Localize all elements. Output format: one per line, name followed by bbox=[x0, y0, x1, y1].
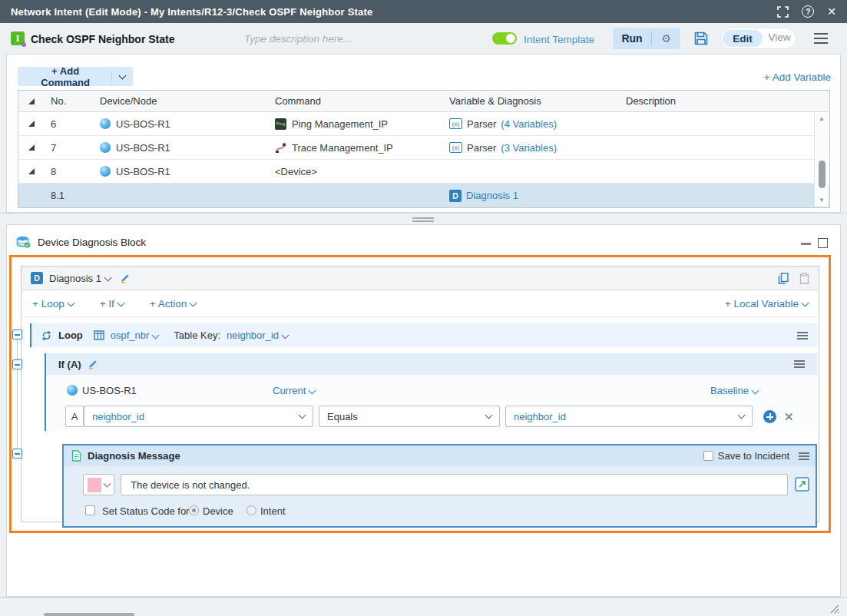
diagnosis-selector-bar: D Diagnosis 1 bbox=[22, 267, 819, 290]
command-table: No. Device/Node Command Variable & Diagn… bbox=[18, 90, 830, 208]
left-variable-select[interactable]: neighbor_id bbox=[84, 406, 313, 427]
color-swatch-icon bbox=[88, 478, 101, 492]
minimize-icon[interactable] bbox=[801, 243, 811, 245]
view-tab[interactable]: View bbox=[765, 31, 794, 43]
intent-name: Check OSPF Neighbor State bbox=[31, 33, 174, 45]
trace-icon bbox=[275, 142, 286, 154]
condition-label: A bbox=[65, 406, 84, 427]
diagnosis-link[interactable]: Diagnosis 1 bbox=[466, 190, 518, 201]
chevron-down-icon bbox=[309, 386, 316, 394]
window-footer bbox=[0, 597, 847, 616]
add-command-button[interactable]: + Add Command bbox=[18, 67, 133, 86]
table-row-selected[interactable]: 8.1 DDiagnosis 1 bbox=[18, 184, 829, 207]
status-code-row: Set Status Code for Device Intent bbox=[64, 504, 816, 521]
description-input[interactable] bbox=[244, 31, 467, 46]
if-header: If (A) bbox=[46, 353, 817, 375]
add-loop-button[interactable]: + Loop bbox=[32, 298, 74, 310]
parser-icon: (x) bbox=[449, 118, 462, 129]
right-variable-select[interactable]: neighbor_id bbox=[505, 406, 753, 427]
rename-pencil-icon[interactable] bbox=[120, 273, 131, 283]
rename-pencil-icon[interactable] bbox=[88, 359, 98, 369]
loop-table-select[interactable]: ospf_nbr bbox=[111, 330, 159, 341]
device-icon bbox=[67, 385, 78, 396]
chevron-down-icon bbox=[802, 299, 809, 306]
scroll-up-icon[interactable]: ▲ bbox=[815, 114, 829, 124]
col-variable: Variable & Diagnosis bbox=[443, 95, 620, 107]
add-condition-icon[interactable] bbox=[763, 410, 776, 423]
diagnosis-message-header: Diagnosis Message Save to Incident bbox=[64, 445, 816, 466]
col-no: No. bbox=[45, 95, 94, 107]
panel-title: Device Diagnosis Block bbox=[16, 236, 146, 248]
device-radio[interactable] bbox=[189, 505, 199, 515]
copy-icon[interactable] bbox=[778, 273, 789, 284]
save-to-incident-checkbox[interactable] bbox=[703, 451, 713, 461]
table-row[interactable]: 8 US-BOS-R1 <Device> bbox=[18, 160, 829, 184]
paste-icon[interactable] bbox=[799, 273, 809, 284]
variables-link[interactable]: (4 Variables) bbox=[501, 118, 557, 130]
condition-row: A neighbor_id Equals neighbor_id ✕ bbox=[46, 406, 817, 427]
variables-link[interactable]: (3 Variables) bbox=[501, 142, 557, 154]
intent-radio[interactable] bbox=[246, 505, 256, 515]
left-scope-select[interactable]: Current bbox=[273, 385, 315, 396]
expand-message-icon[interactable] bbox=[795, 477, 809, 492]
edit-view-switch: Edit View bbox=[720, 28, 796, 49]
expand-triangle-icon[interactable] bbox=[28, 168, 35, 174]
loop-menu-icon[interactable] bbox=[797, 332, 808, 339]
menu-icon[interactable] bbox=[814, 33, 828, 44]
message-color-select[interactable] bbox=[83, 474, 114, 495]
add-variable-link[interactable]: + Add Variable bbox=[764, 71, 831, 83]
maximize-icon[interactable] bbox=[818, 238, 828, 248]
remove-condition-icon[interactable]: ✕ bbox=[784, 411, 794, 422]
collapse-loop-icon[interactable] bbox=[12, 330, 22, 339]
intent-radio-label: Intent bbox=[260, 505, 286, 517]
table-key-select[interactable]: neighbor_id bbox=[227, 330, 288, 341]
message-menu-icon[interactable] bbox=[799, 452, 809, 460]
diagnosis-icon: D bbox=[449, 190, 462, 202]
table-icon bbox=[94, 330, 104, 340]
save-icon[interactable] bbox=[693, 31, 709, 46]
chevron-down-icon bbox=[152, 331, 160, 339]
chevron-down-icon bbox=[299, 412, 306, 419]
expand-all-triangle-icon[interactable] bbox=[28, 98, 35, 104]
run-settings-gear-icon[interactable]: ⚙ bbox=[652, 32, 680, 45]
add-action-button[interactable]: + Action bbox=[150, 298, 196, 310]
add-if-button[interactable]: + If bbox=[100, 298, 124, 310]
chevron-down-icon bbox=[485, 412, 493, 419]
diagnosis-message-input[interactable] bbox=[121, 474, 788, 495]
table-key-label: Table Key: bbox=[174, 330, 220, 341]
collapse-if-icon[interactable] bbox=[12, 359, 22, 369]
if-menu-icon[interactable] bbox=[794, 360, 805, 368]
set-status-code-checkbox[interactable] bbox=[85, 505, 95, 515]
help-icon[interactable]: ? bbox=[802, 5, 814, 18]
horizontal-scrollbar-thumb[interactable] bbox=[44, 613, 134, 616]
expand-triangle-icon[interactable] bbox=[28, 121, 35, 127]
close-icon[interactable]: ✕ bbox=[827, 6, 836, 17]
table-row[interactable]: 7 US-BOS-R1 Trace Management_IP (x)Parse… bbox=[18, 136, 829, 160]
right-scope-select[interactable]: Baseline bbox=[710, 385, 758, 396]
scrollbar-thumb[interactable] bbox=[819, 161, 825, 188]
diagnosis-selector[interactable]: Diagnosis 1 bbox=[49, 273, 111, 284]
add-local-variable-button[interactable]: + Local Variable bbox=[725, 298, 808, 310]
condition-device: US-BOS-R1 bbox=[82, 385, 137, 396]
col-description: Description bbox=[620, 95, 829, 107]
loop-row: Loop ospf_nbr Table Key: neighbor_id bbox=[30, 323, 817, 347]
vertical-scrollbar[interactable]: ▲ ▼ bbox=[814, 113, 829, 207]
operator-select[interactable]: Equals bbox=[319, 406, 500, 427]
resize-handle-icon[interactable] bbox=[830, 604, 839, 614]
device-diagnosis-panel: Device Diagnosis Block D Diagnosis 1 + L… bbox=[6, 224, 841, 597]
scroll-down-icon[interactable]: ▼ bbox=[815, 196, 829, 205]
message-doc-icon bbox=[71, 450, 81, 462]
if-block: If (A) US-BOS-R1 Current Baseline A neig… bbox=[45, 353, 817, 431]
edit-tab[interactable]: Edit bbox=[723, 30, 763, 47]
collapse-message-icon[interactable] bbox=[12, 449, 22, 459]
table-row[interactable]: 6 US-BOS-R1 PingPing Management_IP (x)Pa… bbox=[18, 112, 829, 136]
commands-panel: + Add Command + Add Variable No. Device/… bbox=[6, 54, 841, 213]
expand-triangle-icon[interactable] bbox=[28, 144, 35, 151]
intent-template-toggle[interactable] bbox=[492, 32, 517, 45]
block-toolbar: + Loop + If + Action + Local Variable bbox=[22, 290, 819, 317]
fullscreen-icon[interactable] bbox=[777, 6, 789, 18]
panel-splitter[interactable] bbox=[0, 213, 847, 224]
diagnosis-block-icon bbox=[16, 236, 31, 248]
splitter-handle-icon bbox=[412, 217, 434, 219]
run-button[interactable]: Run bbox=[613, 32, 651, 45]
